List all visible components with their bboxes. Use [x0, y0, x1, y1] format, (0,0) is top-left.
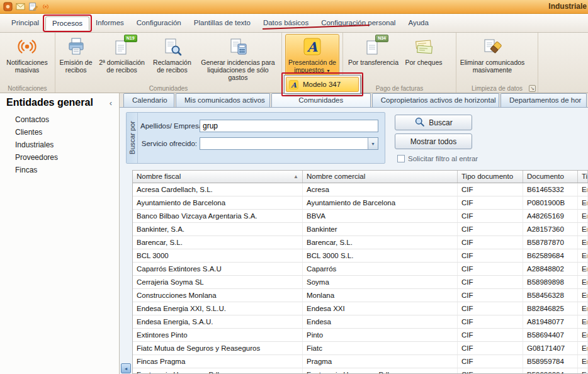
column-header-tip[interactable]: Tip	[578, 171, 588, 183]
table-cell: CIF	[458, 210, 523, 222]
table-cell: A28157360	[523, 223, 578, 235]
table-row[interactable]: Ayuntamiento de BarcelonaAyuntamiento de…	[133, 196, 588, 210]
search-panel-side-label: Buscar por	[127, 113, 138, 163]
mostrar-todos-button[interactable]: Mostrar todos	[395, 133, 472, 149]
notificaciones-masivas-button[interactable]: Notificaciones masivas	[2, 34, 52, 82]
menu-tab-procesos[interactable]: Procesos	[45, 16, 89, 30]
ribbon-group-comunidades: Emisión de recibos N19 2ª domiciliación …	[55, 33, 282, 93]
emision-de-recibos-button[interactable]: Emisión de recibos	[57, 34, 94, 82]
solicitar-filtro-checkbox[interactable]: Solicitar filtro al entrar	[397, 155, 478, 162]
broadcast-icon	[17, 37, 37, 57]
table-cell: Em	[578, 183, 588, 196]
table-cell: CIF	[458, 315, 523, 328]
table-row[interactable]: BCL 3000BCL 3000 S.L.CIFB62589684Em	[133, 249, 588, 263]
table-row[interactable]: Acresa Cardellach, S.L.AcresaCIFB6146533…	[133, 183, 588, 196]
table-row[interactable]: Endesa Energia, S.A.U.EndesaCIFA81948077…	[133, 315, 588, 329]
button-label: Emisión de recibos	[58, 59, 94, 74]
table-cell: B58694407	[523, 329, 578, 341]
cheques-icon	[414, 37, 434, 57]
table-row[interactable]: Fiatc Mutua de Seguros y ReasegurosFiatc…	[133, 342, 588, 355]
tax-agency-icon: A	[288, 79, 299, 90]
table-header: Nombre fiscal ▲ Nombre comercial Tipo do…	[133, 171, 588, 183]
table-row[interactable]: Extintores PintoPintoCIFB58694407Em	[133, 329, 588, 342]
table-row[interactable]: Caparrós Extintores S.A.UCaparrósCIFA288…	[133, 263, 588, 276]
compose-icon[interactable]	[28, 2, 38, 12]
search-field-row: Apellidos/ Empresa:	[140, 120, 378, 132]
table-cell: Fontaneria Hermanos Pdl	[303, 368, 458, 374]
menu-item-modelo-347[interactable]: A Modelo 347	[286, 77, 359, 92]
table-row[interactable]: Construcciones MonlanaMonlanaCIFB5845632…	[133, 289, 588, 302]
generar-incidencias-button[interactable]: Generar incidencias para liquidaciones d…	[196, 34, 280, 82]
table-cell: Caparrós	[303, 263, 458, 275]
chevron-down-icon[interactable]: ▼	[368, 138, 378, 149]
table-row[interactable]: Endesa Energia XXI, S.L.U.Endesa XXICIFB…	[133, 302, 588, 315]
por-cheques-button[interactable]: Por cheques	[403, 34, 444, 82]
table-cell: Pragma	[303, 355, 458, 368]
checkbox-icon[interactable]	[397, 155, 405, 162]
sidebar-item-proveedores[interactable]: Proveedores	[0, 151, 119, 164]
search-panel: Buscar por Apellidos/ Empresa: Servicio …	[126, 112, 385, 164]
menu-tab-configuracion[interactable]: Configuración	[130, 16, 188, 30]
table-cell: A48265169	[523, 210, 578, 222]
table-cell: Ayuntamiento de Barcelona	[133, 196, 303, 209]
menu-tab-ayuda[interactable]: Ayuda	[402, 16, 434, 30]
table-cell: B62589684	[523, 249, 578, 262]
segunda-domiciliacion-button[interactable]: N19 2ª domiciliación de recibos	[96, 34, 148, 82]
app-icon[interactable]	[3, 2, 13, 12]
ribbon-group-limpieza-de-datos: Eliminar comunicados masivamente Limpiez…	[456, 33, 538, 93]
table-cell: CIF	[458, 289, 523, 302]
table-cell: Em	[578, 302, 588, 315]
content-area: CalendarioMis comunicados activosComunid…	[120, 93, 588, 374]
sidebar-item-clientes[interactable]: Clientes	[0, 126, 119, 139]
main-area: Entidades general ‹ ContactosClientesInd…	[0, 93, 588, 374]
menu-tab-principal[interactable]: Principal	[5, 16, 45, 30]
button-label: Presentación de impuestos ▼	[286, 59, 339, 74]
presentacion-impuestos-dropdown: A Modelo 347	[284, 75, 361, 94]
table-row[interactable]: Banco Bilbao Vizcaya Argentaria S.A.BBVA…	[133, 210, 588, 223]
table-cell: Bankinter	[303, 223, 458, 235]
table-cell: CIF	[458, 236, 523, 249]
sidebar-item-contactos[interactable]: Contactos	[0, 113, 119, 126]
tab-calendario[interactable]: Calendario	[123, 93, 174, 107]
table-row[interactable]: Cerrajeria Soyma SLSoymaCIFB58989898Em	[133, 276, 588, 289]
table-cell: CIF	[458, 342, 523, 354]
tab-departamentos-de-hor[interactable]: Departamentos de hor	[500, 93, 587, 107]
column-header-tipo-documento[interactable]: Tipo documento	[458, 171, 523, 183]
button-label: 2ª domiciliación de recibos	[96, 59, 147, 74]
tab-mis-comunicados-activos[interactable]: Mis comunicados activos	[176, 93, 270, 107]
mail-icon[interactable]	[15, 2, 25, 12]
scrollbar-button[interactable]: ◄	[121, 363, 131, 373]
table-cell: CIF	[458, 263, 523, 275]
button-label: Mostrar todos	[410, 137, 456, 146]
grid-body: Acresa Cardellach, S.L.AcresaCIFB6146533…	[133, 183, 588, 374]
table-cell: Barencar, S.L.	[303, 236, 458, 249]
dialog-launcher-icon[interactable]: ↘	[529, 85, 536, 92]
servicio-ofrecido-combobox[interactable]: ▼	[200, 137, 378, 150]
table-row[interactable]: Fontaneria Hermanos PdlFontaneria Herman…	[133, 368, 588, 374]
menu-tab-configuracion-personal[interactable]: Configuración personal	[315, 16, 402, 30]
column-header-nombre-fiscal[interactable]: Nombre fiscal ▲	[133, 171, 303, 183]
apellidos-empresa-input[interactable]	[200, 120, 378, 132]
menu-tab-plantillas-de-texto[interactable]: Plantillas de texto	[188, 16, 257, 30]
group-label: Limpieza de datos	[456, 85, 538, 92]
menu-tab-informes[interactable]: Informes	[89, 16, 130, 30]
table-cell: Fontaneria Hermanos Pdl	[133, 368, 303, 374]
table-cell: A28848802	[523, 263, 578, 275]
table-cell: Construcciones Monlana	[133, 289, 303, 302]
tab-copropietarios-activos-de-horizontal[interactable]: Copropietarios activos de horizontal	[372, 93, 499, 107]
table-row[interactable]: Barencar, S.L.Barencar, S.L.CIFB58787870…	[133, 236, 588, 249]
table-cell: B58456328	[523, 289, 578, 302]
column-header-documento[interactable]: Documento	[523, 171, 578, 183]
eliminar-comunicados-button[interactable]: Eliminar comunicados masivamente	[458, 34, 526, 82]
broadcast-icon[interactable]	[40, 2, 50, 12]
table-row[interactable]: Fincas PragmaPragmaCIFB58959784Em	[133, 355, 588, 368]
reclamacion-de-recibos-button[interactable]: Reclamación de recibos	[149, 34, 195, 82]
collapse-chevron-icon[interactable]: ‹	[108, 98, 114, 108]
table-cell: Endesa Energia XXI, S.L.U.	[133, 302, 303, 315]
table-row[interactable]: Bankinter, S.A.BankinterCIFA28157360Em	[133, 223, 588, 236]
table-cell: Endesa XXI	[303, 302, 458, 315]
buscar-button[interactable]: Buscar	[395, 115, 472, 130]
sidebar-item-industriales[interactable]: Industriales	[0, 139, 119, 151]
column-header-nombre-comercial[interactable]: Nombre comercial	[303, 171, 458, 183]
sidebar-item-fincas[interactable]: Fincas	[0, 164, 119, 176]
